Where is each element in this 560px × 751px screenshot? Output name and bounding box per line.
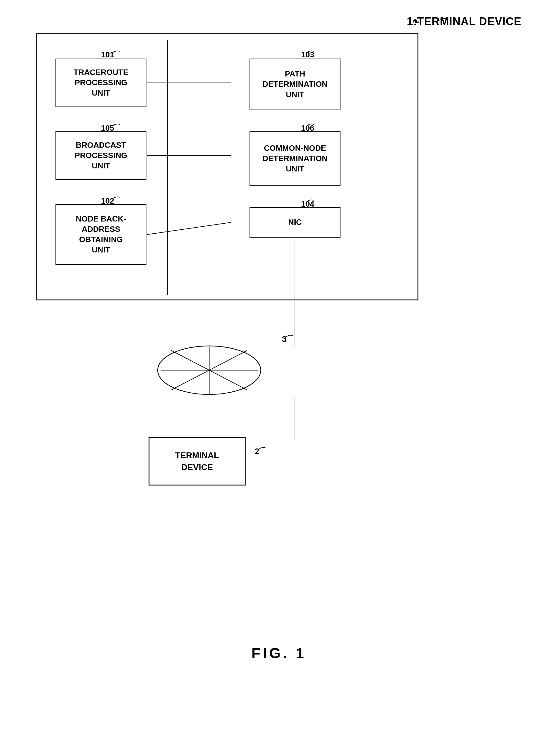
common-node-label: COMMON-NODE DETERMINATION UNIT <box>263 143 328 174</box>
nic-unit-box: NIC <box>249 207 340 237</box>
ref-106: 106 <box>301 123 314 133</box>
ref-3: 3 <box>282 334 287 344</box>
terminal-device-box: TRACEROUTE PROCESSING UNIT 101 BROADCAST… <box>36 33 418 301</box>
traceroute-unit-box: TRACEROUTE PROCESSING UNIT <box>56 59 146 107</box>
path-det-unit-box: PATH DETERMINATION UNIT <box>249 59 340 110</box>
ref-101: 101 <box>101 50 114 59</box>
traceroute-label: TRACEROUTE PROCESSING UNIT <box>74 68 128 98</box>
network-cloud <box>155 343 264 398</box>
main-title: 1:TERMINAL DEVICE <box>407 15 521 28</box>
terminal2-label: TERMINAL DEVICE <box>175 449 219 473</box>
ref-104: 104 <box>301 199 314 209</box>
ref-105: 105 <box>101 123 114 133</box>
ref-103: 103 <box>301 50 314 59</box>
ref-102: 102 <box>101 196 114 206</box>
svg-line-3 <box>147 223 231 234</box>
nic-label: NIC <box>288 217 302 228</box>
diagram-container: 1:TERMINAL DEVICE ❧ TRACEROUTE PROCESSIN… <box>18 12 540 680</box>
terminal-device-2-box: TERMINAL DEVICE <box>148 437 245 485</box>
path-det-label: PATH DETERMINATION UNIT <box>263 69 328 99</box>
ref-2: 2 <box>255 447 260 456</box>
node-back-unit-box: NODE BACK- ADDRESS OBTAINING UNIT <box>56 204 146 265</box>
broadcast-unit-box: BROADCAST PROCESSING UNIT <box>56 131 146 180</box>
broadcast-label: BROADCAST PROCESSING UNIT <box>75 140 127 171</box>
common-node-unit-box: COMMON-NODE DETERMINATION UNIT <box>249 131 340 186</box>
title-ref-arrow: ❧ <box>412 16 420 27</box>
figure-label: FIG. 1 <box>251 645 306 661</box>
node-back-label: NODE BACK- ADDRESS OBTAINING UNIT <box>76 214 126 255</box>
